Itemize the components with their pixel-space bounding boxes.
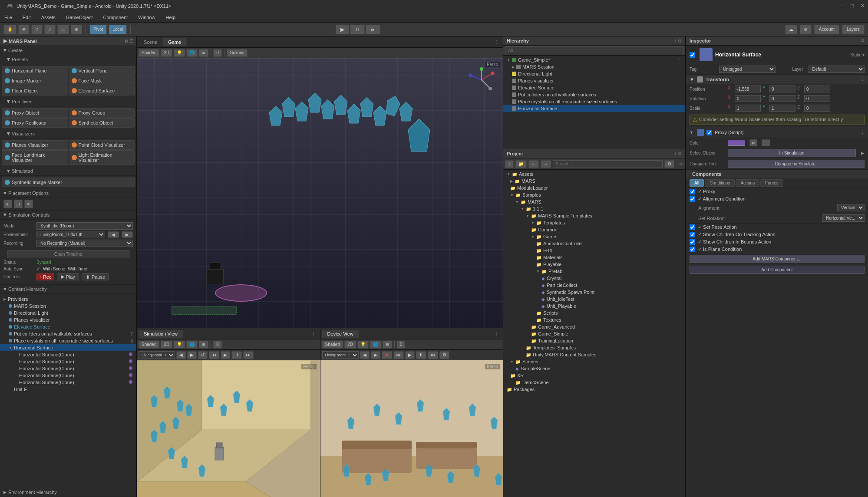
move-tool[interactable]: ✥	[18, 25, 30, 34]
local-btn[interactable]: Local	[109, 25, 127, 34]
environment-nav-next[interactable]: ▶	[122, 231, 133, 238]
plist-animcontroller[interactable]: 📁 AnimatorController	[503, 240, 685, 247]
elevated-surface-btn[interactable]: Elevated Surface	[69, 86, 135, 95]
sim-prev-env[interactable]: ◀	[176, 351, 186, 359]
hier-hs-clone-3[interactable]: Horizontal Surface(Clone)	[0, 365, 136, 372]
sim-next-env[interactable]: ▶	[187, 351, 197, 359]
dev-2d-btn[interactable]: 2D	[344, 341, 356, 349]
plist-unit-playable[interactable]: ◆ Unit_Playable	[503, 303, 685, 309]
simulation-controls-header[interactable]: ▶ Simulation Controls	[0, 211, 136, 220]
step-btn[interactable]: ⏭	[366, 25, 380, 34]
project-forward-btn[interactable]: →	[541, 160, 551, 168]
sim-skybox-btn[interactable]: 🌐	[186, 341, 198, 349]
plist-common[interactable]: 📁 Common	[503, 226, 685, 233]
image-marker-btn[interactable]: Image Marker	[2, 76, 68, 86]
tab-forces[interactable]: Forces	[760, 179, 783, 187]
project-back-btn[interactable]: ←	[528, 160, 539, 168]
scene-tab[interactable]: Scene	[139, 38, 163, 46]
placement-icon-3[interactable]: ×¹	[24, 200, 33, 208]
environment-nav-prev[interactable]: ◀	[108, 231, 119, 238]
scene-stats-btn[interactable]: 0	[213, 49, 222, 57]
hier-planes-vis[interactable]: Planes visualizer	[0, 316, 136, 323]
device-viewport[interactable]: Persp	[320, 360, 504, 497]
synthetic-object-btn[interactable]: Synthetic Object	[69, 118, 135, 128]
hlist-mars-session[interactable]: ▶ MARS Session	[503, 63, 685, 70]
hlist-place-crystals[interactable]: Place crystals on all reasonable sized s…	[503, 98, 685, 105]
hier-providers[interactable]: ▶ Providers	[0, 296, 136, 303]
visualizers-section-header[interactable]: ▶ Visualizers	[0, 129, 136, 138]
in-simulation-btn[interactable]: In Simulation	[728, 149, 856, 157]
tab-actions[interactable]: Actions	[736, 179, 759, 187]
plist-templates-samples[interactable]: 📁 Templates_Samples	[503, 344, 685, 351]
dev-skybox-btn[interactable]: 🌐	[370, 341, 381, 349]
proxy-script-header[interactable]: ▼ Proxy (Script) ⋮	[686, 127, 868, 138]
color-more-btn[interactable]: ⋯	[762, 139, 770, 146]
horizontal-plane-btn[interactable]: Horizontal Plane	[2, 66, 68, 76]
plist-mars-sample-templates[interactable]: ▼ 📁 MARS Sample Templates	[503, 212, 685, 219]
set-pose-checkbox[interactable]	[690, 224, 695, 230]
light-estimation-visualizer-btn[interactable]: Light Estimation Visualizer	[69, 150, 135, 165]
dev-stats-btn[interactable]: 0	[397, 341, 406, 349]
alignment-select[interactable]: Vertical	[837, 204, 865, 211]
open-timeline-btn[interactable]: Open Timeline	[7, 250, 129, 258]
presets-section-header[interactable]: ▶ Presets	[0, 55, 136, 64]
hier-hs-clone-4[interactable]: Horizontal Surface(Clone)	[0, 372, 136, 379]
pause-control-btn[interactable]: ⏸ Pause	[82, 273, 109, 280]
settings-btn[interactable]: ⚙	[800, 25, 812, 34]
play-btn[interactable]: ▶	[336, 25, 349, 34]
dev-reset-btn[interactable]: ⏺	[382, 351, 392, 359]
plist-111[interactable]: ▼ 📁 1.1.1	[503, 205, 685, 212]
menu-file[interactable]: File	[2, 14, 15, 21]
hier-hs-clone-1[interactable]: Horizontal Surface(Clone)	[0, 351, 136, 358]
pause-btn[interactable]: ⏸	[350, 25, 365, 34]
dev-fog-btn[interactable]: ≋	[383, 341, 392, 349]
plist-fbx[interactable]: 📁 FBX	[503, 247, 685, 254]
menu-component[interactable]: Component	[100, 14, 130, 21]
scale-tool[interactable]: ⤢	[44, 25, 56, 34]
plist-demo-scene[interactable]: 📁 DemoScene	[503, 379, 685, 386]
device-view-tab[interactable]: Device View	[322, 330, 359, 338]
tab-conditions[interactable]: Conditions	[705, 179, 735, 187]
rect-tool[interactable]: ▭	[57, 25, 69, 34]
rotate-tool[interactable]: ↺	[31, 25, 43, 34]
simulated-section-header[interactable]: ▶ Simulated	[0, 167, 136, 176]
proxy-replicator-btn[interactable]: Proxy Replicator	[2, 118, 68, 128]
maximize-btn[interactable]: □	[851, 3, 854, 9]
plist-game-advanced[interactable]: 📁 Game_Advanced	[503, 323, 685, 330]
hlist-dir-light[interactable]: Directional Light	[503, 70, 685, 77]
rot-y-input[interactable]	[769, 95, 795, 102]
plist-training-location[interactable]: 📁 TrainingLocation	[503, 337, 685, 344]
set-rotation-select[interactable]: Horizontal Ve...	[822, 214, 865, 222]
plist-templates[interactable]: ▼ 📁 Templates	[503, 219, 685, 226]
plist-scripts[interactable]: 📁 Scripts	[503, 309, 685, 316]
menu-assets[interactable]: Assets	[39, 14, 58, 21]
dev-play-btn[interactable]: ▶	[405, 351, 415, 359]
pos-x-input[interactable]	[735, 86, 761, 92]
plist-prefab[interactable]: ▼ 📁 Prefab	[503, 268, 685, 275]
rec-btn[interactable]: ● Rec	[36, 273, 54, 280]
show-children-tracking-checkbox[interactable]	[690, 232, 695, 237]
tab-all[interactable]: All	[690, 179, 704, 187]
plist-mars2[interactable]: ▼ 📁 MARS	[503, 198, 685, 205]
hlist-horiz-surface[interactable]: Horizontal Surface	[503, 105, 685, 112]
is-plane-checkbox[interactable]	[690, 247, 695, 252]
plist-synthetic-spawn[interactable]: ◆ Synthetic Spawn Point	[503, 289, 685, 296]
components-header[interactable]: Components	[686, 170, 868, 178]
plist-mars[interactable]: ▶ 📁 MARS	[503, 178, 685, 184]
simulation-view-tab[interactable]: Simulation View	[139, 330, 183, 338]
placement-icon-2[interactable]: ⊡	[14, 200, 23, 208]
sim-forward-btn[interactable]: ⏭	[243, 351, 254, 359]
account-btn[interactable]: Account	[814, 25, 839, 34]
hier-dir-light[interactable]: Directional Light	[0, 309, 136, 316]
plist-textures[interactable]: 📁 Textures	[503, 316, 685, 323]
planes-visualizer-btn[interactable]: Planes Visualizer	[2, 140, 68, 150]
environment-dropdown[interactable]: LivingRoom_18ftx13ft	[36, 231, 105, 238]
rot-z-input[interactable]	[804, 95, 830, 102]
environment-hierarchy-header[interactable]: ▶ Environment Hierarchy	[0, 488, 136, 497]
sim-back-btn[interactable]: ⏮	[209, 351, 219, 359]
hier-hs-clone-2[interactable]: Horizontal Surface(Clone)	[0, 358, 136, 365]
hand-tool[interactable]: ✋	[3, 25, 17, 34]
rot-x-input[interactable]	[735, 95, 761, 102]
proxy-checkbox[interactable]	[690, 189, 695, 194]
color-edit-btn[interactable]: ✏	[749, 139, 757, 146]
